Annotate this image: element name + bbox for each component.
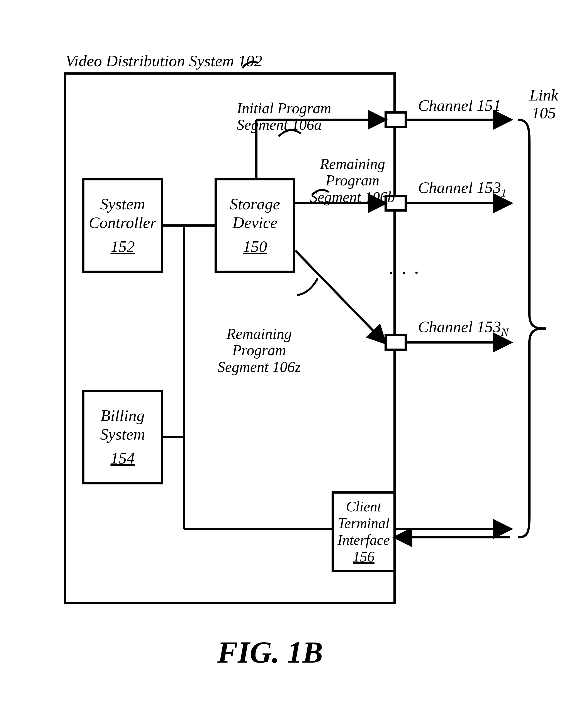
storage-device-l2: Device: [233, 214, 278, 232]
billing-system-l1: Billing: [100, 406, 145, 425]
system-controller-box: System Controller 152: [82, 178, 163, 273]
cti-l1: Client: [346, 498, 381, 515]
link-label: Link 105: [529, 86, 558, 122]
port-channel-153-n: [384, 334, 407, 351]
billing-system-box: Billing System 154: [82, 390, 163, 485]
system-title: Video Distribution System 102: [66, 51, 262, 70]
client-terminal-interface-box: Client Terminal Interface 156: [332, 491, 396, 572]
port-ellipsis: ···: [389, 262, 427, 284]
cti-num: 156: [353, 548, 374, 565]
initial-segment-label: Initial Program Segment 106a: [237, 100, 331, 133]
system-controller-l2: Controller: [89, 214, 157, 232]
billing-system-num: 154: [111, 449, 135, 468]
channel-153-1-label: Channel 1531: [418, 178, 506, 199]
channel-151-label: Channel 151: [418, 96, 501, 115]
system-controller-num: 152: [111, 237, 135, 256]
system-controller-l1: System: [100, 195, 145, 214]
storage-device-num: 150: [243, 237, 267, 256]
billing-system-l2: System: [100, 425, 145, 444]
remaining-segment-z-label: Remaining Program Segment 106z: [212, 326, 306, 375]
cti-l2: Terminal: [338, 515, 390, 532]
port-channel-151: [384, 111, 407, 128]
storage-device-l1: Storage: [230, 195, 280, 214]
diagram-stage: Video Distribution System 102 System Con…: [0, 0, 574, 728]
remaining-segment-b-label: Remaining Program Segment 106b: [308, 156, 397, 206]
storage-device-box: Storage Device 150: [214, 178, 295, 273]
figure-caption: FIG. 1B: [217, 635, 323, 670]
channel-153-n-label: Channel 153N: [418, 317, 508, 338]
cti-l3: Interface: [337, 532, 390, 548]
